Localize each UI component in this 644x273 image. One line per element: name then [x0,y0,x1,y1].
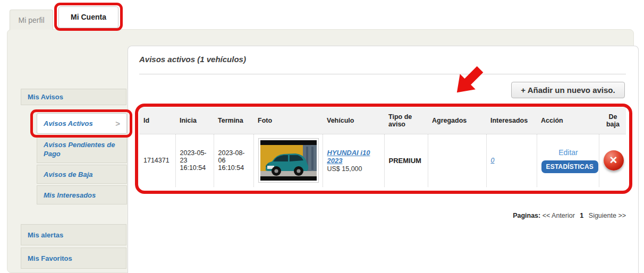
title-divider [139,74,626,74]
sidebar-item-label: Avisos Pendientes de Pago [44,141,120,159]
column-header-termina: Termina [214,107,253,134]
delete-icon[interactable]: ✕ [604,150,624,170]
car-image [260,140,317,181]
vehicle-link[interactable]: HYUNDAI i10 2023 [327,149,370,165]
pagination-next[interactable]: Siguiente >> [589,212,626,219]
table-header-row: Id Inicia Termina Foto Vehículo Tipo de … [139,107,626,134]
cell-start-date: 2023-05-23 16:10:54 [175,134,214,187]
cell-interesados: 0 [486,134,537,187]
page-title: Avisos activos (1 vehículos) [139,55,246,64]
sidebar-item-label: Avisos Activos [44,120,93,127]
column-header-accion: Acción [537,107,599,134]
sidebar-item-label: Mis alertas [28,231,63,239]
cell-de-baja: ✕ [599,134,626,187]
cell-end-date: 2023-08-06 16:10:54 [214,134,253,187]
sidebar-item-avisos-pendientes[interactable]: Avisos Pendientes de Pago [37,136,127,163]
cell-ad-id: 1714371 [139,134,175,187]
ad-type-label: PREMIUM [389,157,421,165]
column-header-agregados: Agregados [428,107,486,134]
column-header-interesados: Interesados [486,107,537,134]
column-header-tipo-de-aviso: Tipo de aviso [384,107,428,134]
tab-mi-perfil[interactable]: Mi perfil [10,10,53,30]
vehicle-photo[interactable] [258,138,319,183]
vehicle-price: US$ 15,000 [327,165,381,173]
account-page: Mi perfil Mi Cuenta Mis Avisos Avisos Ac… [0,0,644,273]
cell-ad-type: PREMIUM [384,134,428,187]
column-header-inicia: Inicia [175,107,214,134]
sidebar-item-label: Avisos de Baja [44,170,93,178]
pagination-prev[interactable]: << Anterior [543,212,575,219]
pagination-label: Paginas: [513,212,540,219]
table-row: 1714371 2023-05-23 16:10:54 2023-08-06 1… [139,134,626,187]
sidebar-item-mis-favoritos[interactable]: Mis Favoritos [21,248,126,269]
sidebar-item-label: Mis Favoritos [28,254,72,262]
edit-link[interactable]: Editar [558,148,578,157]
sidebar-item-avisos-de-baja[interactable]: Avisos de Baja [37,165,127,184]
sidebar-item-mis-alertas[interactable]: Mis alertas [21,224,126,245]
statistics-button[interactable]: ESTADÍSTICAS [541,160,599,173]
active-ads-table: Id Inicia Termina Foto Vehículo Tipo de … [139,107,626,187]
sidebar-item-mis-interesados[interactable]: Mis Interesados [37,185,127,204]
chevron-right-icon: > [115,119,120,128]
sidebar-item-mis-avisos[interactable]: Mis Avisos [21,89,126,105]
sidebar-item-label: Mis Avisos [28,93,63,101]
cell-photo [253,134,323,187]
column-header-id: Id [139,107,175,134]
cell-accion: Editar ESTADÍSTICAS [537,134,599,187]
pagination-page-1[interactable]: 1 [580,212,583,219]
sidebar-item-label: Mis Interesados [44,191,96,199]
interested-count-link[interactable]: 0 [491,157,495,164]
column-header-de-baja: De baja [599,107,626,134]
sidebar-item-avisos-activos[interactable]: Avisos Activos > [37,113,127,134]
cell-vehicle: HYUNDAI i10 2023 US$ 15,000 [323,134,384,187]
cell-agregados [428,134,486,187]
pagination: Paginas: << Anterior 1 Siguiente >> [139,212,626,219]
add-new-ad-button[interactable]: + Añadir un nuevo aviso. [511,82,625,98]
column-header-foto: Foto [253,107,323,134]
column-header-vehiculo: Vehículo [323,107,384,134]
tab-mi-cuenta[interactable]: Mi Cuenta [58,6,118,28]
